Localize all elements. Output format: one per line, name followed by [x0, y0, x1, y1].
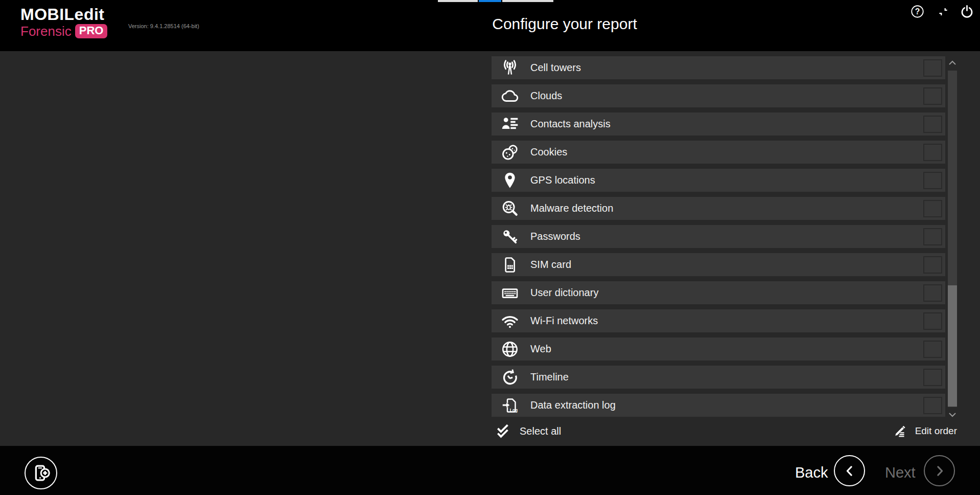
select-all-label: Select all: [520, 425, 561, 437]
report-section-row[interactable]: Cookies: [492, 141, 945, 164]
scrollbar-thumb[interactable]: [948, 285, 957, 407]
list-scrollbar: [948, 58, 957, 419]
section-checkbox[interactable]: [923, 284, 942, 302]
section-label: Data extraction log: [530, 399, 616, 411]
cell-towers-icon: [500, 58, 520, 78]
data-extraction-log-icon: Log: [500, 395, 520, 416]
report-section-row[interactable]: Contacts analysis: [492, 112, 945, 136]
report-section-row[interactable]: Web: [492, 338, 945, 361]
section-label: Cell towers: [530, 62, 581, 74]
report-section-row[interactable]: Cell towers: [492, 56, 945, 79]
logo-subtitle: Forensic: [20, 24, 72, 38]
report-section-row[interactable]: Wi-Fi networks: [492, 309, 945, 332]
sim-card-icon: [500, 255, 520, 275]
back-label[interactable]: Back: [795, 464, 828, 481]
report-section-row[interactable]: Timeline: [492, 366, 945, 389]
back-button[interactable]: [834, 455, 865, 486]
user-dictionary-icon: [500, 283, 520, 303]
section-checkbox[interactable]: [923, 228, 942, 245]
section-checkbox[interactable]: [923, 59, 942, 77]
page-title: Configure your report: [439, 15, 690, 33]
section-label: Malware detection: [530, 202, 613, 214]
strip-segment: [502, 0, 553, 2]
report-section-row[interactable]: User dictionary: [492, 281, 945, 304]
scroll-down-icon[interactable]: [948, 410, 957, 419]
section-label: SIM card: [530, 259, 571, 271]
section-checkbox[interactable]: [923, 312, 942, 330]
section-label: GPS locations: [530, 174, 595, 186]
section-label: Wi-Fi networks: [530, 315, 598, 327]
edit-order-button[interactable]: Edit order: [892, 423, 957, 439]
chevron-right-icon: [932, 464, 947, 478]
section-checkbox[interactable]: [923, 397, 942, 414]
double-check-icon: [495, 422, 512, 440]
help-icon[interactable]: ?: [910, 4, 925, 19]
wifi-networks-icon: [500, 311, 520, 331]
strip-segment-active: [479, 0, 501, 2]
web-icon: [500, 339, 520, 359]
section-checkbox[interactable]: [923, 200, 942, 217]
clouds-icon: [500, 86, 520, 106]
report-section-row[interactable]: Passwords: [492, 225, 945, 248]
add-phone-button[interactable]: [25, 457, 57, 489]
strip-segment: [438, 0, 478, 2]
header-bar: MOBILedit Forensic PRO Version: 9.4.1.28…: [0, 0, 980, 51]
logo-title: MOBILedit: [20, 5, 107, 24]
section-checkbox[interactable]: [923, 116, 942, 133]
list-actions-bar: Select all Edit order: [492, 422, 945, 442]
scroll-up-icon[interactable]: [948, 58, 957, 68]
section-checkbox[interactable]: [923, 144, 942, 161]
next-label[interactable]: Next: [885, 464, 916, 481]
section-checkbox[interactable]: [923, 341, 942, 358]
svg-text:Log: Log: [510, 408, 518, 413]
malware-detection-icon: [500, 198, 520, 219]
cookies-icon: [500, 142, 520, 163]
report-section-row[interactable]: Malware detection: [492, 197, 945, 220]
section-label: Timeline: [530, 371, 569, 383]
svg-text:?: ?: [915, 7, 920, 16]
section-label: Cookies: [530, 146, 567, 158]
report-preview-pane: [0, 51, 491, 446]
footer-bar: Back Next: [0, 446, 980, 495]
passwords-icon: [500, 227, 520, 247]
mobiledit-window: MOBILedit Forensic PRO Version: 9.4.1.28…: [0, 0, 980, 495]
gps-locations-icon: [500, 170, 520, 191]
report-sections-list: Cell towers Clouds Contacts analysis Coo…: [492, 56, 945, 422]
report-section-row[interactable]: GPS locations: [492, 169, 945, 192]
report-section-row[interactable]: Log Data extraction log: [492, 394, 945, 417]
report-section-row[interactable]: Clouds: [492, 84, 945, 107]
chevron-left-icon: [843, 464, 857, 478]
select-all-button[interactable]: Select all: [495, 422, 561, 440]
section-label: Web: [530, 343, 551, 355]
edit-pencil-icon: [892, 423, 907, 439]
section-checkbox[interactable]: [923, 172, 942, 189]
add-phone-icon: [29, 461, 53, 485]
report-section-row[interactable]: SIM card: [492, 253, 945, 276]
section-label: Clouds: [530, 90, 562, 102]
section-label: Contacts analysis: [530, 118, 611, 130]
edit-order-label: Edit order: [915, 425, 957, 437]
section-checkbox[interactable]: [923, 87, 942, 105]
section-checkbox[interactable]: [923, 256, 942, 274]
next-button[interactable]: [924, 455, 955, 486]
dock-window-icon[interactable]: [937, 5, 950, 18]
section-label: User dictionary: [530, 287, 598, 299]
contacts-analysis-icon: [500, 114, 520, 134]
version-text: Version: 9.4.1.28514 (64-bit): [128, 23, 199, 29]
app-logo: MOBILedit Forensic PRO: [20, 5, 107, 38]
section-label: Passwords: [530, 231, 580, 242]
timeline-icon: [500, 367, 520, 388]
power-icon[interactable]: [959, 4, 975, 19]
top-progress-strip: [438, 0, 553, 2]
logo-pro-badge: PRO: [75, 24, 108, 38]
section-checkbox[interactable]: [923, 369, 942, 386]
